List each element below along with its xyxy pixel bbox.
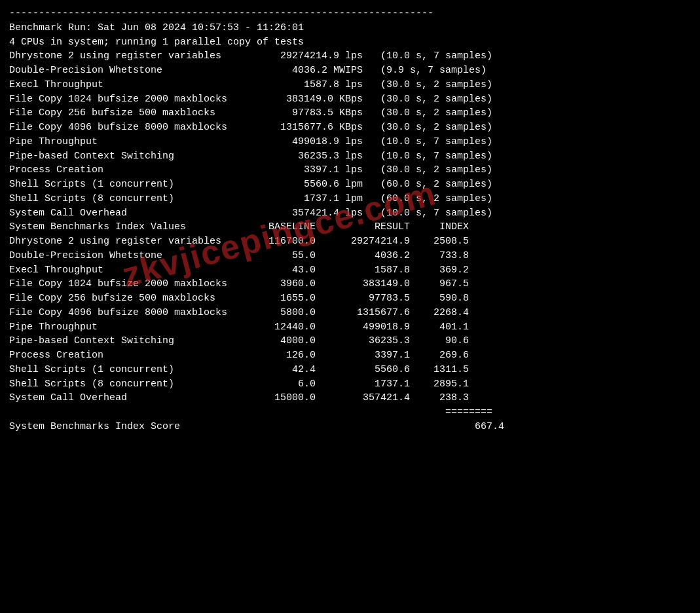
benchmark-row: Shell Scripts (8 concurrent) 1737.1 lpm … bbox=[9, 193, 492, 204]
benchmarks-section: Dhrystone 2 using register variables 292… bbox=[9, 49, 691, 220]
benchmark-row: Shell Scripts (1 concurrent) 5560.6 lpm … bbox=[9, 179, 492, 190]
score-line: System Benchmarks Index Score 667.4 bbox=[9, 421, 504, 432]
index-pre: System Benchmarks Index Values BASELINE … bbox=[9, 220, 691, 434]
index-table-row: File Copy 1024 bufsize 2000 maxblocks 39… bbox=[9, 278, 469, 289]
index-table-row: Pipe Throughput 12440.0 499018.9 401.1 bbox=[9, 322, 469, 333]
index-section: System Benchmarks Index Values BASELINE … bbox=[9, 220, 691, 434]
index-table-header: System Benchmarks Index Values BASELINE … bbox=[9, 221, 469, 232]
header-line1: Benchmark Run: Sat Jun 08 2024 10:57:53 … bbox=[9, 22, 304, 33]
index-table-row: Dhrystone 2 using register variables 116… bbox=[9, 236, 469, 247]
benchmark-row: Dhrystone 2 using register variables 292… bbox=[9, 50, 492, 62]
separator-line: ----------------------------------------… bbox=[9, 8, 433, 19]
index-table-row: Pipe-based Context Switching 4000.0 3623… bbox=[9, 335, 469, 346]
header-line2: 4 CPUs in system; running 1 parallel cop… bbox=[9, 37, 304, 48]
benchmark-row: File Copy 256 bufsize 500 maxblocks 9778… bbox=[9, 107, 492, 119]
benchmark-row: File Copy 4096 bufsize 8000 maxblocks 13… bbox=[9, 122, 492, 133]
index-table-row: Double-Precision Whetstone 55.0 4036.2 7… bbox=[9, 250, 469, 261]
benchmark-row: Pipe-based Context Switching 36235.3 lps… bbox=[9, 151, 492, 162]
benchmarks-pre: Dhrystone 2 using register variables 292… bbox=[9, 49, 691, 220]
benchmark-row: Execl Throughput 1587.8 lps (30.0 s, 2 s… bbox=[9, 79, 492, 90]
index-table-row: File Copy 4096 bufsize 8000 maxblocks 58… bbox=[9, 307, 469, 318]
index-table-row: Execl Throughput 43.0 1587.8 369.2 bbox=[9, 265, 469, 276]
index-table-row: System Call Overhead 15000.0 357421.4 23… bbox=[9, 392, 469, 403]
index-table-row: Shell Scripts (8 concurrent) 6.0 1737.1 … bbox=[9, 379, 469, 390]
benchmark-row: Double-Precision Whetstone 4036.2 MWIPS … bbox=[9, 65, 487, 76]
benchmark-row: Pipe Throughput 499018.9 lps (10.0 s, 7 … bbox=[9, 136, 492, 147]
benchmark-row: System Call Overhead 357421.4 lps (10.0 … bbox=[9, 208, 492, 219]
index-table-row: File Copy 256 bufsize 500 maxblocks 1655… bbox=[9, 293, 469, 304]
benchmark-row: File Copy 1024 bufsize 2000 maxblocks 38… bbox=[9, 94, 492, 105]
index-table-row: Shell Scripts (1 concurrent) 42.4 5560.6… bbox=[9, 364, 469, 375]
equals-line: ======== bbox=[9, 407, 492, 418]
index-table-row: Process Creation 126.0 3397.1 269.6 bbox=[9, 350, 469, 361]
terminal-output: ----------------------------------------… bbox=[9, 7, 691, 49]
benchmark-row: Process Creation 3397.1 lps (30.0 s, 2 s… bbox=[9, 164, 492, 176]
